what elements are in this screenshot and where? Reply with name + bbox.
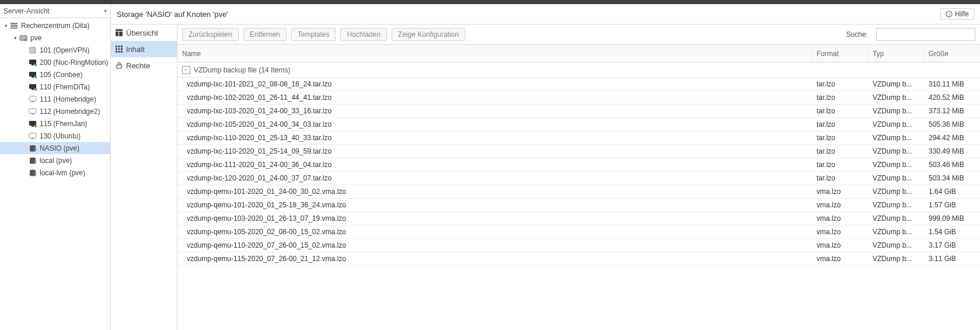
svg-rect-43 <box>121 46 123 47</box>
storage-icon <box>28 168 37 178</box>
table-row[interactable]: vzdump-qemu-101-2020_01_25-18_36_24.vma.… <box>177 199 980 212</box>
top-bar <box>0 0 980 4</box>
tree-item[interactable]: 105 (Conbee) <box>0 68 110 81</box>
help-icon: ? <box>946 11 953 18</box>
inner-nav: ÜbersichtInhaltRechte <box>111 25 177 330</box>
tree-item[interactable]: 130 (Ubuntu) <box>0 130 110 142</box>
cell-type: VZDump b... <box>868 241 924 249</box>
svg-rect-40 <box>119 32 123 36</box>
qemu-off-icon <box>28 95 37 104</box>
svg-point-21 <box>34 124 37 127</box>
nav-item-inhalt[interactable]: Inhalt <box>111 41 177 57</box>
cell-name: vzdump-qemu-115-2020_07_26-00_21_12.vma.… <box>177 255 812 263</box>
chevron-down-icon: ▾ <box>104 8 107 14</box>
cell-format: vma.lzo <box>812 214 868 223</box>
svg-rect-12 <box>29 84 36 89</box>
chevron-down-icon[interactable]: ▾ <box>2 23 9 29</box>
cell-size: 1.64 GiB <box>924 187 980 196</box>
svg-rect-10 <box>32 77 34 78</box>
nav-item-übersicht[interactable]: Übersicht <box>111 25 177 41</box>
tree-item[interactable]: local (pve) <box>0 154 110 166</box>
help-button[interactable]: ? Hilfe <box>940 8 974 20</box>
group-row[interactable]: −VZDump backup file (14 Items) <box>177 62 980 78</box>
table-row[interactable]: vzdump-qemu-103-2020_01_26-13_07_19.vma.… <box>177 212 980 225</box>
tree-item[interactable]: 112 (Homebridge2) <box>0 105 110 117</box>
table-row[interactable]: vzdump-lxc-101-2021_02_08-08_16_24.tar.l… <box>177 78 980 91</box>
cell-format: tar.lzo <box>812 107 868 115</box>
qemu-on-net-icon <box>28 82 37 92</box>
tree-item-label: 115 (FhemJan) <box>40 120 87 128</box>
tree-item[interactable]: 111 (Homebridge) <box>0 93 110 105</box>
tree-item[interactable]: NASIO (pve) <box>0 142 110 154</box>
svg-rect-45 <box>118 48 120 50</box>
table-row[interactable]: vzdump-lxc-103-2020_01_24-00_33_16.tar.l… <box>177 105 980 118</box>
lxc-off-icon <box>28 46 37 55</box>
cell-format: vma.lzo <box>812 241 868 249</box>
remove-button[interactable]: Entfernen <box>243 28 287 41</box>
showconfig-button[interactable]: Zeige Konfiguration <box>392 28 465 41</box>
col-header-size[interactable]: Größe <box>924 45 980 62</box>
nav-item-label: Inhalt <box>126 45 145 54</box>
tree-item-label: 200 (Nuc-RingMotion) <box>40 58 108 67</box>
tree-item-label: 130 (Ubuntu) <box>40 132 81 140</box>
tree-item[interactable]: ▾Rechenzentrum (Dita) <box>0 19 110 32</box>
col-header-type[interactable]: Typ <box>868 45 924 62</box>
cell-name: vzdump-lxc-120-2020_01_24-00_37_07.tar.l… <box>177 174 812 182</box>
cell-size: 1.57 GiB <box>924 201 980 209</box>
upload-button[interactable]: Hochladen <box>340 28 386 41</box>
svg-rect-13 <box>32 89 34 90</box>
table-row[interactable]: vzdump-qemu-115-2020_07_26-00_21_12.vma.… <box>177 252 980 266</box>
cell-size: 503.46 MiB <box>924 161 980 169</box>
table-row[interactable]: vzdump-lxc-120-2020_01_24-00_37_07.tar.l… <box>177 172 980 185</box>
nav-item-rechte[interactable]: Rechte <box>111 57 177 74</box>
tree-item[interactable]: 110 (FhemDiTa) <box>0 81 110 93</box>
cell-size: 420.52 MiB <box>924 93 980 102</box>
cell-format: tar.lzo <box>812 80 868 88</box>
svg-rect-7 <box>32 64 34 65</box>
table-row[interactable]: vzdump-lxc-111-2020_01_24-00_36_04.tar.l… <box>177 158 980 172</box>
svg-rect-39 <box>116 32 118 36</box>
tree-item-label: 110 (FhemDiTa) <box>40 83 90 91</box>
restore-button[interactable]: Zurückspielen <box>182 28 239 41</box>
cell-size: 1.54 GiB <box>924 228 980 236</box>
svg-rect-1 <box>11 25 18 27</box>
node-icon <box>19 33 28 43</box>
cell-type: VZDump b... <box>868 174 924 182</box>
svg-rect-22 <box>29 133 36 138</box>
cell-name: vzdump-qemu-105-2020_02_08-00_15_02.vma.… <box>177 228 812 236</box>
tree-item-label: Rechenzentrum (Dita) <box>21 22 89 30</box>
svg-rect-38 <box>116 29 123 31</box>
tree-item[interactable]: 115 (FhemJan) <box>0 117 110 130</box>
templates-button[interactable]: Templates <box>291 28 336 41</box>
table-row[interactable]: vzdump-lxc-110-2020_01_25-14_09_59.tar.l… <box>177 145 980 158</box>
svg-rect-23 <box>32 138 34 139</box>
search-input[interactable] <box>876 28 975 41</box>
cell-type: VZDump b... <box>868 214 924 223</box>
cell-name: vzdump-lxc-101-2021_02_08-08_16_24.tar.l… <box>177 80 812 88</box>
storage-icon <box>28 144 37 153</box>
cell-format: tar.lzo <box>812 161 868 169</box>
tree-item[interactable]: 101 (OpenVPN) <box>0 44 110 56</box>
svg-rect-18 <box>32 113 34 114</box>
view-selector[interactable]: Server-Ansicht ▾ <box>0 4 110 18</box>
table-row[interactable]: vzdump-lxc-102-2020_01_26-11_44_41.tar.l… <box>177 91 980 105</box>
table-row[interactable]: vzdump-qemu-105-2020_02_08-00_15_02.vma.… <box>177 225 980 239</box>
tree-item[interactable]: ▾pve <box>0 32 110 44</box>
table-row[interactable]: vzdump-qemu-110-2020_07_26-00_15_02.vma.… <box>177 239 980 252</box>
col-header-name[interactable]: Name <box>177 45 812 62</box>
svg-rect-31 <box>34 160 36 164</box>
tree-item[interactable]: local-lvm (pve) <box>0 166 110 179</box>
cell-name: vzdump-qemu-101-2020_01_24-00_30_02.vma.… <box>177 187 812 196</box>
cell-format: tar.lzo <box>812 147 868 155</box>
table-row[interactable]: vzdump-qemu-101-2020_01_24-00_30_02.vma.… <box>177 185 980 199</box>
tree-item[interactable]: 200 (Nuc-RingMotion) <box>0 56 110 68</box>
col-header-format[interactable]: Format <box>812 45 868 62</box>
table-row[interactable]: vzdump-lxc-105-2020_01_24-00_34_03.tar.l… <box>177 118 980 131</box>
cell-type: VZDump b... <box>868 120 924 128</box>
svg-text:?: ? <box>948 12 951 17</box>
cell-format: vma.lzo <box>812 187 868 196</box>
svg-rect-6 <box>29 60 36 64</box>
tree-item-label: local-lvm (pve) <box>40 169 85 177</box>
chevron-down-icon[interactable]: ▾ <box>12 35 19 41</box>
table-row[interactable]: vzdump-lxc-110-2020_01_25-13_40_33.tar.l… <box>177 131 980 145</box>
